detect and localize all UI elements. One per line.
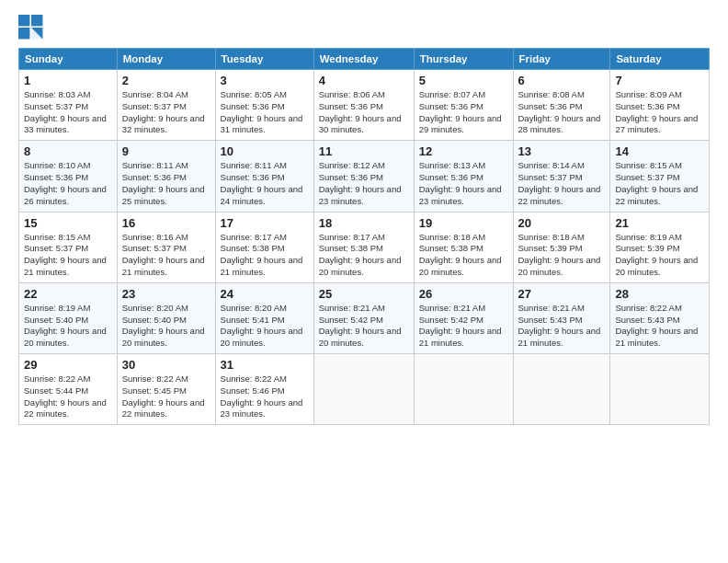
day-number: 19 — [419, 216, 508, 230]
day-number: 13 — [518, 144, 606, 158]
day-detail: Sunrise: 8:22 AMSunset: 5:43 PMDaylight:… — [615, 303, 704, 350]
day-detail: Sunrise: 8:09 AMSunset: 5:36 PMDaylight:… — [615, 89, 704, 136]
day-detail: Sunrise: 8:21 AMSunset: 5:43 PMDaylight:… — [518, 303, 606, 350]
day-number: 3 — [221, 74, 309, 87]
day-detail: Sunrise: 8:22 AMSunset: 5:46 PMDaylight:… — [221, 373, 309, 420]
calendar-cell: 4 Sunrise: 8:06 AMSunset: 5:36 PMDayligh… — [313, 70, 414, 141]
weekday-header-friday: Friday — [513, 49, 610, 70]
weekday-header-tuesday: Tuesday — [215, 49, 313, 70]
calendar-cell: 21 Sunrise: 8:19 AMSunset: 5:39 PMDaylig… — [610, 212, 710, 282]
day-detail: Sunrise: 8:12 AMSunset: 5:36 PMDaylight:… — [319, 160, 409, 207]
calendar-table: SundayMondayTuesdayWednesdayThursdayFrid… — [18, 48, 710, 425]
day-detail: Sunrise: 8:22 AMSunset: 5:44 PMDaylight:… — [24, 373, 112, 420]
day-detail: Sunrise: 8:19 AMSunset: 5:40 PMDaylight:… — [24, 303, 112, 350]
day-detail: Sunrise: 8:08 AMSunset: 5:36 PMDaylight:… — [518, 89, 606, 136]
day-number: 2 — [122, 74, 210, 87]
day-detail: Sunrise: 8:06 AMSunset: 5:36 PMDaylight:… — [319, 89, 409, 136]
week-row-1: 1 Sunrise: 8:03 AMSunset: 5:37 PMDayligh… — [19, 70, 710, 141]
day-detail: Sunrise: 8:05 AMSunset: 5:36 PMDaylight:… — [221, 89, 309, 136]
day-number: 23 — [122, 287, 210, 301]
day-detail: Sunrise: 8:22 AMSunset: 5:45 PMDaylight:… — [122, 373, 210, 420]
day-detail: Sunrise: 8:10 AMSunset: 5:36 PMDaylight:… — [24, 160, 112, 207]
day-detail: Sunrise: 8:15 AMSunset: 5:37 PMDaylight:… — [615, 160, 704, 207]
day-number: 26 — [419, 287, 508, 301]
day-number: 8 — [24, 144, 112, 158]
day-detail: Sunrise: 8:03 AMSunset: 5:37 PMDaylight:… — [24, 89, 112, 136]
day-number: 31 — [221, 358, 309, 372]
day-detail: Sunrise: 8:17 AMSunset: 5:38 PMDaylight:… — [319, 232, 409, 279]
svg-rect-0 — [18, 15, 29, 26]
calendar-cell: 25 Sunrise: 8:21 AMSunset: 5:42 PMDaylig… — [313, 282, 414, 353]
week-row-2: 8 Sunrise: 8:10 AMSunset: 5:36 PMDayligh… — [19, 141, 710, 212]
calendar-cell: 14 Sunrise: 8:15 AMSunset: 5:37 PMDaylig… — [610, 141, 710, 212]
svg-rect-1 — [31, 15, 42, 26]
calendar-cell: 2 Sunrise: 8:04 AMSunset: 5:37 PMDayligh… — [117, 70, 215, 141]
calendar-cell: 28 Sunrise: 8:22 AMSunset: 5:43 PMDaylig… — [610, 282, 710, 353]
calendar-cell: 1 Sunrise: 8:03 AMSunset: 5:37 PMDayligh… — [19, 70, 118, 141]
calendar-cell: 7 Sunrise: 8:09 AMSunset: 5:36 PMDayligh… — [610, 70, 710, 141]
day-detail: Sunrise: 8:14 AMSunset: 5:37 PMDaylight:… — [518, 160, 606, 207]
calendar-cell: 3 Sunrise: 8:05 AMSunset: 5:36 PMDayligh… — [215, 70, 313, 141]
calendar-cell: 8 Sunrise: 8:10 AMSunset: 5:36 PMDayligh… — [19, 141, 118, 212]
calendar-cell: 19 Sunrise: 8:18 AMSunset: 5:38 PMDaylig… — [414, 212, 513, 282]
day-detail: Sunrise: 8:11 AMSunset: 5:36 PMDaylight:… — [221, 160, 309, 207]
calendar-cell: 11 Sunrise: 8:12 AMSunset: 5:36 PMDaylig… — [313, 141, 414, 212]
calendar-cell: 15 Sunrise: 8:15 AMSunset: 5:37 PMDaylig… — [19, 212, 118, 282]
calendar-cell: 6 Sunrise: 8:08 AMSunset: 5:36 PMDayligh… — [513, 70, 610, 141]
day-detail: Sunrise: 8:17 AMSunset: 5:38 PMDaylight:… — [221, 232, 309, 279]
day-number: 29 — [24, 358, 112, 372]
day-detail: Sunrise: 8:15 AMSunset: 5:37 PMDaylight:… — [24, 232, 112, 279]
day-number: 6 — [518, 74, 606, 87]
day-number: 28 — [615, 287, 704, 301]
week-row-3: 15 Sunrise: 8:15 AMSunset: 5:37 PMDaylig… — [19, 212, 710, 282]
day-detail: Sunrise: 8:19 AMSunset: 5:39 PMDaylight:… — [615, 232, 704, 279]
day-number: 9 — [122, 144, 210, 158]
calendar-cell: 30 Sunrise: 8:22 AMSunset: 5:45 PMDaylig… — [117, 354, 215, 425]
day-number: 1 — [24, 74, 112, 87]
day-detail: Sunrise: 8:21 AMSunset: 5:42 PMDaylight:… — [319, 303, 409, 350]
svg-rect-2 — [18, 28, 29, 39]
calendar-cell: 17 Sunrise: 8:17 AMSunset: 5:38 PMDaylig… — [215, 212, 313, 282]
day-number: 25 — [319, 287, 409, 301]
weekday-header-monday: Monday — [117, 49, 215, 70]
day-number: 5 — [419, 74, 508, 87]
day-number: 21 — [615, 216, 704, 230]
day-detail: Sunrise: 8:18 AMSunset: 5:39 PMDaylight:… — [518, 232, 606, 279]
logo — [18, 15, 48, 40]
day-detail: Sunrise: 8:21 AMSunset: 5:42 PMDaylight:… — [419, 303, 508, 350]
week-row-5: 29 Sunrise: 8:22 AMSunset: 5:44 PMDaylig… — [19, 354, 710, 425]
calendar-cell: 16 Sunrise: 8:16 AMSunset: 5:37 PMDaylig… — [117, 212, 215, 282]
day-detail: Sunrise: 8:20 AMSunset: 5:40 PMDaylight:… — [122, 303, 210, 350]
calendar-cell: 23 Sunrise: 8:20 AMSunset: 5:40 PMDaylig… — [117, 282, 215, 353]
day-detail: Sunrise: 8:11 AMSunset: 5:36 PMDaylight:… — [122, 160, 210, 207]
calendar-cell: 20 Sunrise: 8:18 AMSunset: 5:39 PMDaylig… — [513, 212, 610, 282]
weekday-header-saturday: Saturday — [610, 49, 710, 70]
day-number: 22 — [24, 287, 112, 301]
logo-icon — [18, 15, 44, 40]
day-number: 24 — [221, 287, 309, 301]
weekday-header-thursday: Thursday — [414, 49, 513, 70]
week-row-4: 22 Sunrise: 8:19 AMSunset: 5:40 PMDaylig… — [19, 282, 710, 353]
header — [18, 15, 710, 40]
calendar-cell: 27 Sunrise: 8:21 AMSunset: 5:43 PMDaylig… — [513, 282, 610, 353]
calendar-cell: 22 Sunrise: 8:19 AMSunset: 5:40 PMDaylig… — [19, 282, 118, 353]
day-number: 18 — [319, 216, 409, 230]
day-number: 14 — [615, 144, 704, 158]
day-detail: Sunrise: 8:07 AMSunset: 5:36 PMDaylight:… — [419, 89, 508, 136]
weekday-header-wednesday: Wednesday — [313, 49, 414, 70]
calendar-cell: 29 Sunrise: 8:22 AMSunset: 5:44 PMDaylig… — [19, 354, 118, 425]
day-number: 17 — [221, 216, 309, 230]
calendar-cell: 24 Sunrise: 8:20 AMSunset: 5:41 PMDaylig… — [215, 282, 313, 353]
calendar-cell: 5 Sunrise: 8:07 AMSunset: 5:36 PMDayligh… — [414, 70, 513, 141]
day-number: 27 — [518, 287, 606, 301]
calendar-cell: 26 Sunrise: 8:21 AMSunset: 5:42 PMDaylig… — [414, 282, 513, 353]
calendar-cell: 10 Sunrise: 8:11 AMSunset: 5:36 PMDaylig… — [215, 141, 313, 212]
day-number: 16 — [122, 216, 210, 230]
day-number: 30 — [122, 358, 210, 372]
day-number: 7 — [615, 74, 704, 87]
weekday-header-row: SundayMondayTuesdayWednesdayThursdayFrid… — [19, 49, 710, 70]
day-number: 20 — [518, 216, 606, 230]
calendar-cell: 12 Sunrise: 8:13 AMSunset: 5:36 PMDaylig… — [414, 141, 513, 212]
day-detail: Sunrise: 8:20 AMSunset: 5:41 PMDaylight:… — [221, 303, 309, 350]
calendar-cell: 18 Sunrise: 8:17 AMSunset: 5:38 PMDaylig… — [313, 212, 414, 282]
